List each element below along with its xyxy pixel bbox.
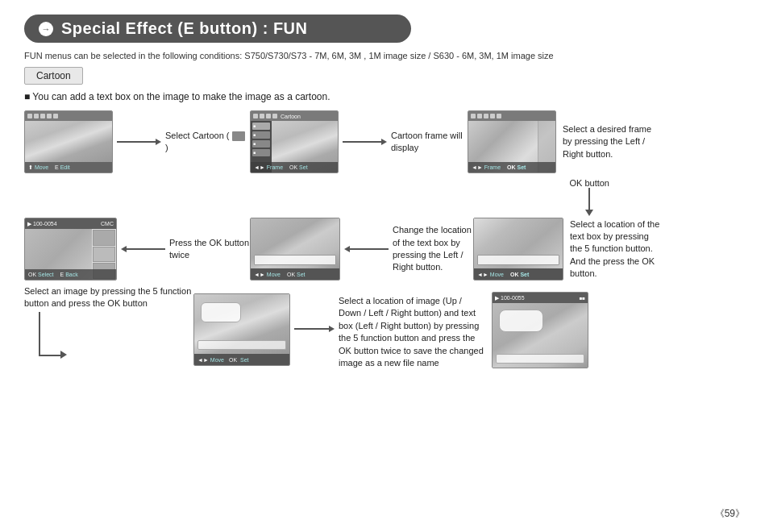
cam1r2-number: 100-0054: [33, 221, 57, 227]
cam2-side1: ■: [252, 123, 270, 130]
cam2-side2: ■: [252, 131, 270, 139]
caption1-r1-text: Select Cartoon ( ): [165, 131, 245, 152]
cam1r2-ok-badge: CMC: [101, 221, 114, 227]
cam1-dot4: [47, 114, 52, 118]
ok-label-text: OK button: [569, 178, 609, 188]
corner-arrow-head: [60, 351, 67, 359]
arrow-r3-head: [329, 326, 335, 332]
cam2-dot1: [253, 114, 258, 118]
cam1r3-ok: OK: [229, 357, 237, 363]
cam2r2-photo: [251, 218, 339, 268]
header-bar: Special Effect (E button) : FUN: [24, 15, 411, 43]
cam2r2-ok: OK Set: [287, 272, 306, 277]
arrow2-head: [381, 139, 387, 145]
header-title: Special Effect (E button) : FUN: [61, 19, 308, 38]
arrow1-r2: [117, 246, 169, 252]
cam2r3-textbox: [496, 354, 584, 364]
cam3-footer-ok: OK Set: [507, 164, 526, 170]
cam1r3-footer: ◄► Move OK Set: [194, 354, 289, 365]
cam3r2-move: ◄► Move: [477, 272, 504, 277]
arrow2r2-head: [344, 246, 350, 252]
cam1r2-footer-e: E Back: [60, 272, 78, 277]
cam2-footer: ◄► Frame OK Set: [251, 162, 338, 172]
row2: ▶ 100-0054 CMC OK Select E Back: [24, 218, 745, 281]
ok-area: OK button: [24, 178, 745, 216]
cam3-dot3: [484, 114, 488, 118]
cam2-footer-ok: OK Set: [289, 164, 308, 170]
cam2r2-footer: ◄► Move OK Set: [251, 268, 339, 280]
cam3r2-photo: [474, 218, 563, 268]
cam2r3-header: ▶ 100-0055 ■■: [493, 293, 588, 303]
arrow1-head: [156, 139, 161, 145]
caption-above-r3-text: Select an image by pressing the 5 functi…: [24, 286, 191, 308]
cam1-dot1: [27, 114, 32, 118]
cam2r3-number: 100-0055: [501, 295, 525, 301]
cam3-footer-frame: ◄► Frame: [472, 164, 501, 170]
cam1r3-textbox: [197, 340, 286, 350]
page: Special Effect (E button) : FUN FUN menu…: [0, 0, 769, 532]
cam1r2-thumb2: [93, 247, 115, 263]
caption1-r2: Press the OK button twice: [169, 237, 250, 262]
cam1-toolbar: [25, 111, 112, 121]
cam2r3-bubble: [499, 310, 543, 332]
tab-cartoon[interactable]: Cartoon: [24, 67, 83, 85]
cam1-dot2: [34, 114, 39, 118]
cam3-dot4: [490, 114, 495, 118]
cam2-row3: ▶ 100-0055 ■■: [492, 292, 588, 368]
header-bullet-icon: [39, 22, 53, 36]
cam2-row1: Cartoon ■ ■ ■ ■ ◄► Frame OK Set: [250, 110, 339, 173]
ok-down-line: [588, 188, 590, 210]
arrow2-line: [343, 141, 381, 143]
page-number: 《59》: [715, 507, 745, 521]
cam1r2-header: ▶ 100-0054 CMC: [25, 218, 116, 229]
note: ■ You can add a text box on the image to…: [24, 91, 745, 102]
cam1r3-bubble: [201, 302, 241, 322]
arrow1-r1: [113, 139, 165, 145]
cam1r2-footer: OK Select E Back: [25, 269, 116, 280]
cam2-row2: ◄► Move OK Set: [250, 218, 340, 281]
caption-r3: Select a location of image (Up / Down / …: [339, 295, 484, 369]
subtitle: FUN menus can be selected in the followi…: [24, 51, 745, 60]
arrow2-horiz: [343, 139, 387, 145]
cam1r3-move: ◄► Move: [197, 357, 224, 363]
row3-left: Select an image by pressing the 5 functi…: [24, 285, 193, 356]
cam2-dot3: [266, 114, 271, 118]
caption3-r2: Select a location of the text box by pre…: [563, 218, 660, 281]
row1: ⬆ Move E Edit Select Cartoon ( ) Cartoon: [24, 110, 745, 173]
cam1r2-icon: ▶: [27, 221, 31, 227]
cam2r3-badge: ■■: [580, 296, 585, 301]
cam3-footer: ◄► Frame OK Set: [468, 162, 555, 172]
cam1-row3: ◄► Move OK Set: [193, 293, 290, 366]
row3: Select an image by pressing the 5 functi…: [24, 285, 745, 369]
arrow1-horiz: [117, 139, 161, 145]
cam2-side4: ■: [252, 149, 270, 156]
cam3-dot1: [471, 114, 476, 118]
arrow-r3: [290, 326, 339, 332]
arrow1r2-head: [121, 246, 127, 252]
caption1-r1: Select Cartoon ( ): [165, 130, 250, 155]
caption2-r1: Cartoon frame will display: [391, 130, 468, 155]
arrow-r3-line: [294, 328, 329, 330]
ok-down-head: [585, 210, 593, 216]
arrow2-r2-inner: [344, 246, 389, 252]
arrow2-r1: [339, 139, 391, 145]
caption-above-r3: Select an image by pressing the 5 functi…: [24, 285, 191, 310]
caption3-r1: Select a desired frame by pressing the L…: [556, 123, 661, 160]
cam1-footer: ⬆ Move E Edit: [25, 162, 112, 172]
caption2-r2: Change the location of the text box by p…: [393, 224, 473, 274]
arrow1-line: [117, 141, 156, 143]
cam1-dot3: [40, 114, 45, 118]
cam1-photo: [25, 121, 112, 162]
ok-label-area: OK button: [569, 178, 609, 216]
cam2-side3: ■: [252, 140, 270, 148]
cam2-dot4: [272, 114, 277, 118]
cam2-dot2: [260, 114, 264, 118]
cam1-footer-move: ⬆ Move: [28, 164, 48, 171]
cam3-dot2: [477, 114, 482, 118]
arrow-r3-inner: [294, 326, 335, 332]
row3-cam1-area: ◄► Move OK Set: [193, 285, 290, 366]
arrow2r2-line: [350, 248, 389, 250]
arrow2-r2: [340, 246, 393, 252]
cam2-label: Cartoon: [281, 114, 301, 119]
cam1-dot5: [53, 114, 58, 118]
